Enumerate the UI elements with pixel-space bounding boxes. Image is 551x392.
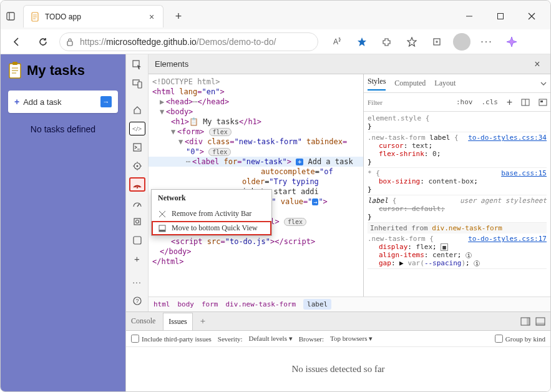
drawer-dock-icon[interactable] bbox=[520, 317, 530, 326]
rendering-toggle-icon[interactable] bbox=[536, 97, 550, 107]
issues-body: No issues detected so far bbox=[126, 347, 550, 391]
application-tab-icon[interactable] bbox=[129, 233, 145, 247]
favorite-button[interactable] bbox=[352, 32, 372, 52]
tab-strip: TODO app × + bbox=[23, 5, 187, 27]
browser-tab[interactable]: TODO app × bbox=[23, 5, 163, 27]
clipboard-icon bbox=[8, 62, 22, 79]
tab-styles[interactable]: Styles bbox=[368, 77, 386, 91]
new-tab-button[interactable]: + bbox=[170, 7, 187, 25]
collections-button[interactable] bbox=[427, 32, 447, 52]
console-tab-icon[interactable] bbox=[129, 140, 145, 154]
welcome-icon[interactable] bbox=[129, 103, 145, 117]
drawer-expand-icon[interactable] bbox=[535, 317, 545, 326]
context-menu-title: Network bbox=[152, 190, 271, 207]
css-link[interactable]: to-do-styles.css:34 bbox=[468, 134, 547, 142]
css-link[interactable]: to-do-styles.css:17 bbox=[468, 235, 547, 243]
breadcrumb[interactable]: html body form div.new-task-form label bbox=[149, 296, 550, 311]
profile-button[interactable] bbox=[452, 32, 472, 52]
device-emulation-icon[interactable] bbox=[129, 77, 145, 91]
network-tab-icon[interactable] bbox=[129, 177, 145, 191]
performance-tab-icon[interactable] bbox=[129, 197, 145, 210]
toolbar-actions: A⟫ ··· bbox=[327, 32, 522, 52]
settings-icon[interactable]: ··· bbox=[129, 276, 145, 290]
include-third-party-checkbox[interactable]: Include third-party issues bbox=[131, 335, 212, 343]
svg-rect-21 bbox=[138, 82, 142, 88]
memory-tab-icon[interactable] bbox=[129, 215, 145, 229]
move-bottom-icon bbox=[158, 225, 167, 232]
add-task-label: Add a task bbox=[23, 97, 61, 107]
back-button[interactable] bbox=[7, 32, 27, 52]
devtools-panel: </> + ··· ? Elements × bbox=[125, 54, 550, 391]
browser-label: Browser: bbox=[299, 335, 324, 343]
context-menu-move-bottom[interactable]: Move to bottom Quick View bbox=[152, 221, 271, 235]
hov-button[interactable]: :hov bbox=[454, 97, 475, 107]
dom-tree[interactable]: <!DOCTYPE html> <html lang="en"> ▶<head>… bbox=[149, 74, 363, 296]
browser-titlebar: TODO app × + bbox=[1, 1, 550, 29]
drawer-tabs: Console Issues + bbox=[126, 312, 550, 331]
submit-arrow-icon: → bbox=[100, 96, 112, 107]
styles-filter-input[interactable] bbox=[368, 99, 450, 106]
more-tools-icon[interactable]: + bbox=[129, 252, 145, 266]
svg-rect-10 bbox=[67, 41, 72, 46]
maximize-button[interactable] bbox=[487, 7, 514, 26]
svg-rect-32 bbox=[134, 218, 140, 225]
minimize-button[interactable] bbox=[456, 7, 483, 26]
context-menu: Network Remove from Activity Bar Move to… bbox=[151, 189, 272, 236]
devtools-drawer: Console Issues + Include third-party iss… bbox=[126, 311, 550, 391]
empty-state: No tasks defined bbox=[8, 124, 118, 134]
inspect-element-icon[interactable] bbox=[129, 58, 145, 72]
more-button[interactable]: ··· bbox=[477, 32, 497, 52]
devtools-close-button[interactable]: × bbox=[530, 57, 544, 71]
drawer-add-tab[interactable]: + bbox=[200, 316, 205, 326]
help-icon[interactable]: ? bbox=[129, 294, 145, 308]
severity-dropdown[interactable]: Default levels ▾ bbox=[249, 335, 293, 343]
computed-toggle-icon[interactable] bbox=[519, 97, 532, 107]
svg-rect-34 bbox=[134, 237, 141, 244]
styles-rules[interactable]: element.style {} to-do-styles.css:34 .ne… bbox=[364, 112, 550, 296]
url-text: https://microsoftedge.github.io/Demos/de… bbox=[80, 37, 276, 47]
cls-button[interactable]: .cls bbox=[479, 97, 501, 107]
svg-point-25 bbox=[136, 165, 138, 167]
styles-tabs: Styles Computed Layout bbox=[364, 74, 550, 93]
tab-close-button[interactable]: × bbox=[147, 12, 157, 22]
browser-toolbar: https://microsoftedge.github.io/Demos/de… bbox=[1, 29, 550, 54]
workspace: My tasks + Add a task → No tasks defined… bbox=[1, 54, 550, 391]
refresh-button[interactable] bbox=[33, 32, 53, 52]
svg-rect-48 bbox=[536, 323, 545, 325]
add-task-button[interactable]: + Add a task → bbox=[8, 91, 118, 113]
copilot-button[interactable] bbox=[502, 32, 522, 52]
elements-tab-icon[interactable]: </> bbox=[129, 122, 145, 135]
address-bar[interactable]: https://microsoftedge.github.io/Demos/de… bbox=[59, 32, 318, 51]
elements-title: Elements bbox=[155, 59, 188, 69]
group-by-kind-checkbox[interactable]: Group by kind bbox=[495, 335, 545, 343]
svg-line-31 bbox=[137, 204, 139, 207]
tab-computed[interactable]: Computed bbox=[394, 79, 426, 88]
styles-filter-bar: :hov .cls + bbox=[364, 93, 550, 112]
page-content: My tasks + Add a task → No tasks defined bbox=[1, 54, 125, 391]
tab-title: TODO app bbox=[45, 12, 147, 21]
lock-icon bbox=[66, 37, 75, 46]
svg-rect-0 bbox=[7, 12, 14, 20]
styles-pane: Styles Computed Layout :hov .cls + bbox=[363, 74, 550, 296]
severity-label: Severity: bbox=[218, 335, 243, 343]
svg-rect-7 bbox=[498, 14, 504, 19]
svg-point-33 bbox=[135, 220, 139, 223]
drawer-tab-issues[interactable]: Issues bbox=[163, 313, 192, 330]
svg-text:?: ? bbox=[135, 298, 139, 304]
read-aloud-button[interactable]: A⟫ bbox=[327, 32, 347, 52]
devtools-top: </> + ··· ? Elements × bbox=[126, 54, 550, 311]
extensions-button[interactable] bbox=[377, 32, 397, 52]
favorites-button[interactable] bbox=[402, 32, 422, 52]
activity-bar: </> + ··· ? bbox=[126, 54, 149, 311]
expand-icon[interactable] bbox=[540, 81, 547, 87]
page-heading: My tasks bbox=[8, 62, 118, 79]
context-menu-remove[interactable]: Remove from Activity Bar bbox=[152, 207, 271, 221]
drawer-tab-console[interactable]: Console bbox=[131, 316, 155, 326]
close-window-button[interactable] bbox=[518, 7, 545, 26]
browser-dropdown[interactable]: Top browsers ▾ bbox=[330, 335, 373, 343]
css-link[interactable]: base.css:15 bbox=[501, 169, 547, 177]
sources-tab-icon[interactable] bbox=[129, 159, 145, 173]
new-style-button[interactable]: + bbox=[504, 96, 515, 109]
app-menu-icon[interactable] bbox=[6, 11, 16, 21]
tab-layout[interactable]: Layout bbox=[434, 79, 456, 88]
